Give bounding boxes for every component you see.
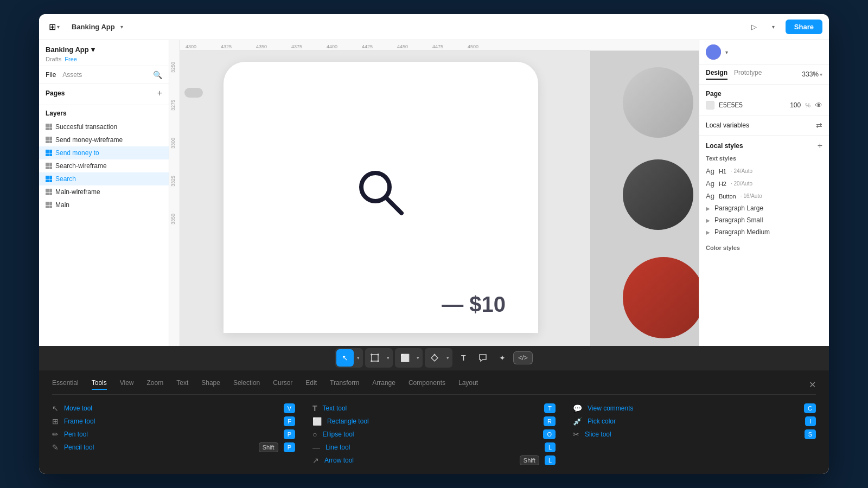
tools-nav-transform[interactable]: Transform xyxy=(330,379,359,390)
price-text: — $10 xyxy=(442,292,506,317)
pencil-tool-label[interactable]: Pencil tool xyxy=(64,444,253,451)
frame-tool-caret[interactable]: ▾ xyxy=(384,349,392,367)
rectangle-tool-label[interactable]: Rectangle tool xyxy=(327,418,538,425)
layer-item-send-money-wireframe[interactable]: Send money-wireframe xyxy=(39,133,169,146)
tools-nav-view[interactable]: View xyxy=(120,379,134,390)
tools-nav-layout[interactable]: Layout xyxy=(458,379,478,390)
opacity-value: 100 xyxy=(790,101,801,109)
zoom-indicator[interactable]: 333% ▾ xyxy=(802,69,822,80)
frame-tool-label[interactable]: Frame tool xyxy=(64,418,278,425)
text-tool[interactable]: T xyxy=(455,349,472,367)
tools-grid: ↖ Move tool V ⊞ Frame tool F ✏ Pen tool … xyxy=(52,403,816,465)
tab-file[interactable]: File xyxy=(46,71,56,79)
tab-assets[interactable]: Assets xyxy=(62,71,82,79)
tool-row-comments: 💬 View comments C xyxy=(573,403,816,413)
layer-grid-icon xyxy=(46,150,52,156)
text-style-h1[interactable]: Ag H1 · 24/Auto xyxy=(706,165,822,177)
layers-title: Layers xyxy=(39,110,169,120)
tool-row-move: ↖ Move tool V xyxy=(52,403,295,413)
tools-close-button[interactable]: ✕ xyxy=(809,379,816,390)
text-tool-label[interactable]: Text tool xyxy=(323,404,539,412)
layer-item-successful[interactable]: Succesful transaction xyxy=(39,120,169,133)
tools-nav-shape[interactable]: Shape xyxy=(201,379,220,390)
select-tool-group: ↖ ▾ xyxy=(335,348,363,368)
local-variables-label: Local variables xyxy=(706,121,749,129)
slice-tool-label[interactable]: Slice tool xyxy=(585,431,799,438)
text-style-h2[interactable]: Ag H2 · 20/Auto xyxy=(706,177,822,190)
search-icon-button[interactable]: 🔍 xyxy=(153,70,162,79)
line-key: L xyxy=(545,442,556,452)
layers-section: Layers Succesful transaction Send money-… xyxy=(39,105,169,346)
code-button[interactable]: </> xyxy=(513,351,532,364)
phone-frame: — $10 xyxy=(224,62,538,333)
search-icon-large xyxy=(354,165,408,230)
svg-rect-2 xyxy=(372,355,378,361)
local-variables-section: Local variables ⇄ xyxy=(699,115,829,136)
logo-button[interactable]: ⊞ ▾ xyxy=(46,18,63,36)
line-tool-icon: — xyxy=(312,443,320,452)
tool-row-rectangle: ⬜ Rectangle tool R xyxy=(312,416,556,426)
layer-item-main[interactable]: Main xyxy=(39,198,169,211)
arrow-tool-icon: ↗ xyxy=(312,456,319,465)
text-style-button[interactable]: Ag Button · 16/Auto xyxy=(706,190,822,202)
project-name[interactable]: Banking App ▾ xyxy=(46,46,162,54)
tab-prototype[interactable]: Prototype xyxy=(734,69,762,80)
right-panel: ▾ Design Prototype 333% ▾ Page E5E5E5 10… xyxy=(699,40,829,346)
tools-nav-tools[interactable]: Tools xyxy=(92,379,107,390)
text-style-paragraph-small[interactable]: ▶ Paragraph Small xyxy=(706,214,822,226)
top-bar: ⊞ ▾ Banking App ▾ ▷ ▾ Share xyxy=(39,14,829,40)
local-variables-options[interactable]: ⇄ xyxy=(816,121,822,130)
preview-avatar-1 xyxy=(623,67,693,138)
tools-nav-zoom[interactable]: Zoom xyxy=(147,379,164,390)
shape-tool-group: ⬜ ▾ xyxy=(395,348,423,368)
design-proto-tabs: Design Prototype 333% ▾ xyxy=(699,65,829,85)
frame-tool[interactable] xyxy=(366,349,384,367)
pen-tool-label[interactable]: Pen tool xyxy=(64,431,278,438)
present-button[interactable]: ▾ xyxy=(766,20,781,35)
comments-tool-icon: 💬 xyxy=(573,404,582,413)
rectangle-key: R xyxy=(544,416,556,426)
visibility-toggle[interactable]: 👁 xyxy=(815,101,822,110)
text-style-paragraph-large[interactable]: ▶ Paragraph Large xyxy=(706,202,822,214)
select-tool[interactable]: ↖ xyxy=(336,349,354,367)
arrow-tool-label[interactable]: Arrow tool xyxy=(324,457,514,464)
select-tool-caret[interactable]: ▾ xyxy=(354,349,362,367)
layer-item-search-wireframe[interactable]: Search-wireframe xyxy=(39,159,169,172)
tools-nav-cursor[interactable]: Cursor xyxy=(273,379,292,390)
line-tool-label[interactable]: Line tool xyxy=(326,444,539,451)
pen-tool[interactable] xyxy=(426,349,443,367)
ellipse-tool-label[interactable]: Ellipse tool xyxy=(322,431,538,438)
component-tool[interactable]: ✦ xyxy=(494,349,511,367)
tools-nav-essential[interactable]: Essential xyxy=(52,379,79,390)
tab-design[interactable]: Design xyxy=(706,69,727,80)
add-page-button[interactable]: + xyxy=(157,88,162,98)
svg-line-1 xyxy=(386,198,401,213)
pen-tool-caret[interactable]: ▾ xyxy=(444,349,451,367)
tools-nav-components[interactable]: Components xyxy=(409,379,445,390)
pick-color-label[interactable]: Pick color xyxy=(588,418,800,425)
tools-nav-selection[interactable]: Selection xyxy=(233,379,260,390)
layer-item-search[interactable]: Search xyxy=(39,172,169,185)
canvas-area[interactable]: 4300 4325 4350 4375 4400 4425 4450 4475 … xyxy=(169,40,699,346)
page-label: Page xyxy=(706,90,822,98)
shape-tool-caret[interactable]: ▾ xyxy=(414,349,422,367)
share-button[interactable]: Share xyxy=(786,20,822,34)
color-swatch[interactable] xyxy=(706,101,714,110)
comments-tool-label[interactable]: View comments xyxy=(588,404,799,412)
comment-tool[interactable] xyxy=(474,349,492,367)
avatar-caret[interactable]: ▾ xyxy=(725,49,728,55)
arrow-key: L xyxy=(545,455,556,465)
move-tool-label[interactable]: Move tool xyxy=(64,404,278,412)
layer-grid-icon xyxy=(46,124,52,130)
shape-tool[interactable]: ⬜ xyxy=(396,349,413,367)
tools-nav-text[interactable]: Text xyxy=(176,379,188,390)
text-style-paragraph-medium[interactable]: ▶ Paragraph Medium xyxy=(706,226,822,238)
play-button[interactable]: ▷ xyxy=(746,20,762,35)
tools-nav-arrange[interactable]: Arrange xyxy=(372,379,395,390)
svg-point-11 xyxy=(434,354,436,356)
layer-item-send-money-to[interactable]: Send money to xyxy=(39,146,169,159)
add-style-button[interactable]: + xyxy=(818,141,822,151)
pick-color-key: I xyxy=(805,416,816,426)
layer-item-main-wireframe[interactable]: Main-wireframe xyxy=(39,185,169,198)
tools-nav-edit[interactable]: Edit xyxy=(305,379,317,390)
